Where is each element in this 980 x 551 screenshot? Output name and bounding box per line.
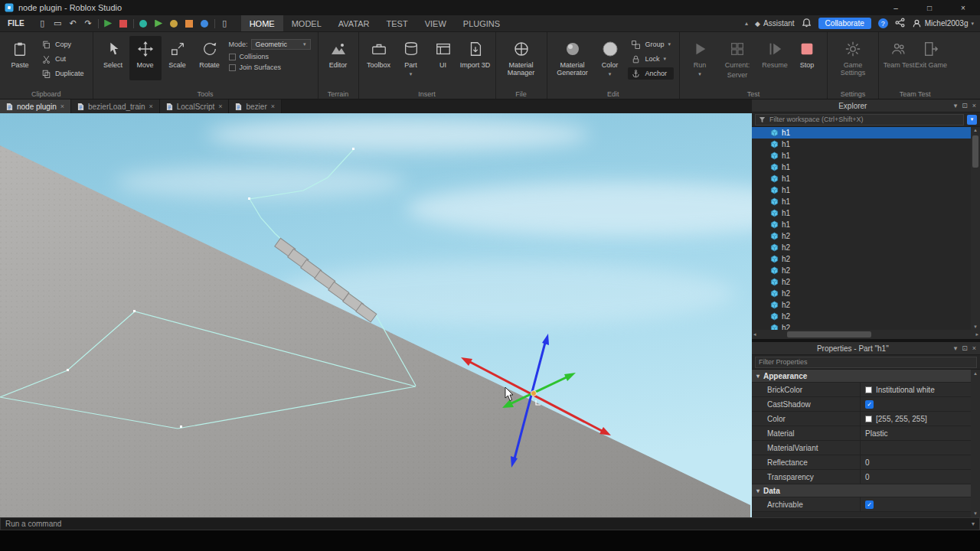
property-row[interactable]: ▾ CastShadow CastShadow ✓ (752, 397, 980, 412)
play-icon[interactable] (103, 18, 114, 29)
color-swatch[interactable] (865, 416, 872, 422)
plugin-play-icon[interactable] (153, 18, 165, 29)
property-value[interactable]: ✓ (861, 397, 980, 411)
terrain-editor-button[interactable]: Editor (322, 36, 354, 80)
separator[interactable] (214, 19, 215, 28)
undo-icon[interactable]: ↶ (67, 18, 79, 29)
property-row[interactable]: ▾ Transparency Transparency ✓ 0 (752, 470, 980, 484)
toolbox-button[interactable]: Toolbox (363, 36, 395, 80)
help-button[interactable]: ? (878, 18, 888, 28)
exit-game-button[interactable]: Exit Game (915, 36, 947, 80)
lock-button[interactable]: Lock ▾ (628, 53, 675, 65)
team-test-button[interactable]: Team Test (883, 36, 915, 80)
duplicate-button[interactable]: Duplicate (38, 67, 87, 80)
command-bar-chevron-icon[interactable]: ▾ (972, 520, 975, 527)
property-value[interactable]: ✓ 0 (861, 455, 980, 469)
close-tab-icon[interactable]: × (149, 103, 152, 110)
collaborate-button[interactable]: Collaborate (818, 18, 871, 29)
explorer-item[interactable]: h2 (752, 253, 971, 265)
explorer-item[interactable]: h1 (752, 127, 971, 139)
file-menu-button[interactable]: FILE (0, 15, 32, 31)
properties-vertical-scrollbar[interactable]: ▴ ▾ (971, 370, 980, 517)
open-icon[interactable]: ▭ (52, 18, 64, 29)
select-tool-button[interactable]: Select (97, 36, 129, 80)
color-button[interactable]: Color ▾ (594, 36, 626, 80)
plugin-image-icon[interactable] (168, 18, 180, 29)
command-bar-input[interactable]: Run a command ▾ (0, 517, 980, 530)
property-row[interactable]: ▾ BrickColor BrickColor ✓ Institutional … (752, 383, 980, 397)
explorer-item[interactable]: h2 (752, 311, 971, 322)
document-tab[interactable]: LocalScript × (160, 99, 230, 113)
filter-options-button[interactable]: ▾ (967, 115, 977, 125)
rotate-tool-button[interactable]: Rotate (194, 36, 226, 80)
explorer-item[interactable]: h2 (752, 322, 971, 330)
explorer-item[interactable]: h2 (752, 265, 971, 276)
scroll-up-icon[interactable]: ▴ (974, 370, 977, 377)
section-caret-icon[interactable]: ▾ (756, 487, 760, 494)
ribbon-tab[interactable]: MODEL (283, 15, 330, 31)
chevron-down-icon[interactable]: ▾ (954, 102, 958, 109)
float-panel-icon[interactable]: ⊡ (962, 344, 968, 352)
collapse-ribbon-icon[interactable]: ▴ (745, 20, 748, 27)
panels-icon[interactable]: ▯ (219, 18, 230, 29)
join-surfaces-checkbox[interactable]: Join Surfaces (229, 64, 311, 71)
current-server-button[interactable]: Current: Server (716, 36, 759, 80)
explorer-item[interactable]: h2 (752, 276, 971, 288)
close-panel-icon[interactable]: × (972, 344, 976, 352)
share-icon[interactable] (895, 18, 905, 29)
import-3d-button[interactable]: Import 3D (459, 36, 492, 80)
close-tab-icon[interactable]: × (271, 103, 275, 110)
close-panel-icon[interactable]: × (972, 102, 976, 109)
scroll-left-icon[interactable]: ◂ (753, 331, 756, 337)
explorer-item[interactable]: h1 (752, 150, 971, 161)
color-swatch[interactable] (865, 386, 872, 393)
explorer-item[interactable]: h1 (752, 207, 971, 219)
ribbon-tab[interactable]: PLUGINS (455, 15, 508, 31)
redo-icon[interactable]: ↷ (83, 18, 94, 29)
scrollbar-thumb[interactable] (972, 135, 978, 168)
gizmo-center[interactable] (531, 391, 537, 396)
ribbon-tab[interactable]: TEST (378, 15, 416, 31)
stop-icon[interactable] (118, 18, 129, 29)
move-tool-button[interactable]: Move (129, 36, 162, 80)
explorer-item[interactable]: h1 (752, 196, 971, 207)
separator[interactable] (98, 19, 99, 28)
ribbon-tab[interactable]: AVATAR (330, 15, 378, 31)
game-settings-button[interactable]: Game Settings (831, 36, 874, 80)
stop-button[interactable]: Stop (791, 36, 823, 80)
checkbox-checked[interactable]: ✓ (865, 500, 874, 509)
scroll-down-icon[interactable]: ▾ (974, 510, 977, 517)
ribbon-tab[interactable]: HOME (241, 15, 283, 31)
anchor-button[interactable]: Anchor (628, 67, 675, 80)
property-value[interactable]: ✓ Institutional white (861, 383, 980, 396)
close-tab-icon[interactable]: × (60, 103, 64, 110)
ui-button[interactable]: UI (427, 36, 459, 80)
ribbon-tab[interactable]: VIEW (416, 15, 455, 31)
explorer-vertical-scrollbar[interactable]: ▴ ▾ (971, 127, 980, 330)
explorer-item[interactable]: h2 (752, 288, 971, 299)
resume-button[interactable]: Resume (759, 36, 791, 80)
assistant-button[interactable]: ◆ Assistant (755, 19, 795, 28)
run-button[interactable]: Run ▾ (684, 36, 716, 80)
group-button[interactable]: Group ▾ (628, 38, 675, 51)
explorer-item[interactable]: h1 (752, 139, 971, 150)
property-value[interactable]: ✓ Plastic (861, 426, 980, 440)
plugin-orange-icon[interactable] (184, 18, 195, 29)
collisions-checkbox[interactable]: Collisions (229, 53, 311, 60)
document-tab[interactable]: bezier × (229, 99, 282, 113)
part-button[interactable]: Part ▾ (395, 36, 427, 80)
property-row[interactable]: ▾ Appearance Appearance ✓ (752, 370, 980, 383)
explorer-item[interactable]: h2 (752, 230, 971, 242)
section-caret-icon[interactable]: ▾ (756, 373, 760, 380)
document-tab[interactable]: node plugin × (0, 99, 71, 113)
explorer-horizontal-scrollbar[interactable]: ◂ ▸ (752, 330, 980, 339)
copy-button[interactable]: Copy (38, 38, 87, 51)
explorer-item[interactable]: h1 (752, 161, 971, 173)
property-row[interactable]: ▾ Material Material ✓ Plastic (752, 426, 980, 441)
scroll-down-icon[interactable]: ▾ (974, 324, 977, 330)
explorer-item[interactable]: h1 (752, 219, 971, 230)
explorer-filter-input[interactable]: Filter workspace (Ctrl+Shift+X) (755, 114, 964, 126)
property-value[interactable]: ✓ [255, 255, 255] (861, 412, 980, 425)
user-account-button[interactable]: Michel2003g ▾ (912, 18, 974, 28)
property-row[interactable]: ▾ Color Color ✓ [255, 255, 255] (752, 412, 980, 426)
